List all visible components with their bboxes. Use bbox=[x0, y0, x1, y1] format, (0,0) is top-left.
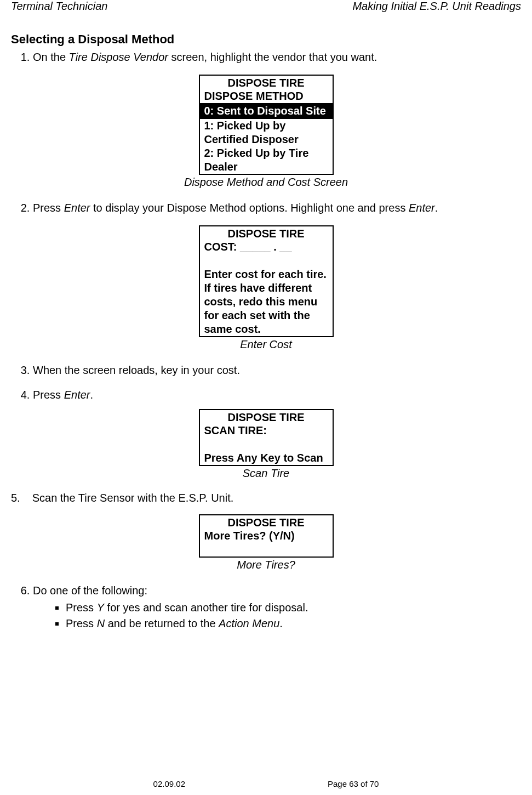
ordered-steps: On the Tire Dispose Vendor screen, highl… bbox=[33, 50, 521, 65]
screen-title: DISPOSE TIRE bbox=[200, 515, 333, 529]
text: Do one of the following: bbox=[33, 584, 147, 597]
step-2: Press Enter to display your Dispose Meth… bbox=[33, 201, 521, 215]
footer-page: Page 63 of 70 bbox=[328, 779, 379, 788]
instruction: Press Any Key to Scan bbox=[200, 451, 333, 465]
emphasis: Y bbox=[97, 601, 104, 614]
caption-box1: Dispose Method and Cost Screen bbox=[11, 176, 521, 189]
emphasis: Enter bbox=[64, 202, 90, 214]
page-header: Terminal Technician Making Initial E.S.P… bbox=[11, 0, 521, 17]
instruction: Enter cost for each tire. bbox=[200, 268, 333, 281]
text: On the bbox=[33, 51, 69, 63]
text: for yes and scan another tire for dispos… bbox=[104, 601, 308, 614]
list-number: 5. bbox=[11, 492, 23, 504]
text: . bbox=[279, 617, 283, 629]
header-left: Terminal Technician bbox=[11, 0, 107, 13]
caption-box2: Enter Cost bbox=[11, 338, 521, 351]
option-0-selected: 0: Sent to Disposal Site bbox=[200, 104, 333, 118]
text: screen, highlight the vendor that you wa… bbox=[168, 51, 377, 63]
step-5: 5. Scan the Tire Sensor with the E.S.P. … bbox=[11, 492, 521, 504]
screen-title: DISPOSE TIRE bbox=[200, 226, 333, 240]
text: Press bbox=[33, 202, 64, 214]
text: to display your Dispose Method options. … bbox=[90, 202, 409, 214]
document-page: Terminal Technician Making Initial E.S.P… bbox=[0, 0, 532, 795]
step-4: Press Enter. bbox=[33, 388, 521, 402]
step-1: On the Tire Dispose Vendor screen, highl… bbox=[33, 50, 521, 65]
screen-title: DISPOSE TIRE bbox=[200, 76, 333, 89]
cost-field: COST: _____ . __ bbox=[200, 240, 333, 254]
ordered-steps-cont3: Do one of the following: Press Y for yes… bbox=[33, 583, 521, 631]
blank-row bbox=[200, 438, 333, 451]
text: Press bbox=[66, 601, 97, 614]
text: Press bbox=[33, 389, 64, 401]
option-2: 2: Picked Up by Tire Dealer bbox=[200, 146, 333, 174]
instruction: If tires have different costs, redo this… bbox=[200, 281, 333, 309]
page-footer: 02.09.02 Page 63 of 70 bbox=[0, 779, 532, 788]
blank-row bbox=[200, 543, 333, 556]
step-3: When the screen reloads, key in your cos… bbox=[33, 363, 521, 378]
emphasis: Enter bbox=[64, 389, 90, 401]
text: Press bbox=[66, 617, 97, 629]
option-1: 1: Picked Up by Certified Disposer bbox=[200, 119, 333, 146]
screen-more-tires: DISPOSE TIRE More Tires? (Y/N) bbox=[199, 514, 334, 558]
bullet-n: Press N and be returned to the Action Me… bbox=[66, 616, 521, 631]
caption-box4: More Tires? bbox=[11, 559, 521, 571]
blank-row bbox=[200, 254, 333, 268]
ordered-steps-cont2: When the screen reloads, key in your cos… bbox=[33, 363, 521, 402]
screen-scan-tire: DISPOSE TIRE SCAN TIRE: Press Any Key to… bbox=[199, 409, 334, 466]
header-right: Making Initial E.S.P. Unit Readings bbox=[352, 0, 521, 13]
section-title: Selecting a Disposal Method bbox=[11, 32, 521, 47]
emphasis: Action Menu bbox=[219, 617, 279, 629]
emphasis: Enter bbox=[409, 202, 435, 214]
emphasis: N bbox=[97, 617, 105, 629]
sub-bullets: Press Y for yes and scan another tire fo… bbox=[66, 600, 521, 631]
emphasis: Tire Dispose Vendor bbox=[69, 51, 168, 63]
bullet-y: Press Y for yes and scan another tire fo… bbox=[66, 600, 521, 615]
screen-enter-cost: DISPOSE TIRE COST: _____ . __ Enter cost… bbox=[199, 225, 334, 337]
screen-subtitle: DISPOSE METHOD bbox=[200, 89, 333, 103]
text: Scan the Tire Sensor with the E.S.P. Uni… bbox=[32, 492, 234, 504]
prompt: More Tires? (Y/N) bbox=[200, 529, 333, 543]
caption-box3: Scan Tire bbox=[11, 467, 521, 480]
ordered-steps-cont: Press Enter to display your Dispose Meth… bbox=[33, 201, 521, 215]
screen-dispose-method: DISPOSE TIRE DISPOSE METHOD 0: Sent to D… bbox=[199, 75, 334, 175]
text: . bbox=[435, 202, 438, 214]
text: and be returned to the bbox=[105, 617, 219, 629]
text: . bbox=[90, 389, 94, 401]
step-6: Do one of the following: Press Y for yes… bbox=[33, 583, 521, 631]
screen-title: DISPOSE TIRE bbox=[200, 410, 333, 424]
instruction: for each set with the same cost. bbox=[200, 309, 333, 336]
scan-label: SCAN TIRE: bbox=[200, 424, 333, 438]
footer-date: 02.09.02 bbox=[153, 779, 185, 788]
